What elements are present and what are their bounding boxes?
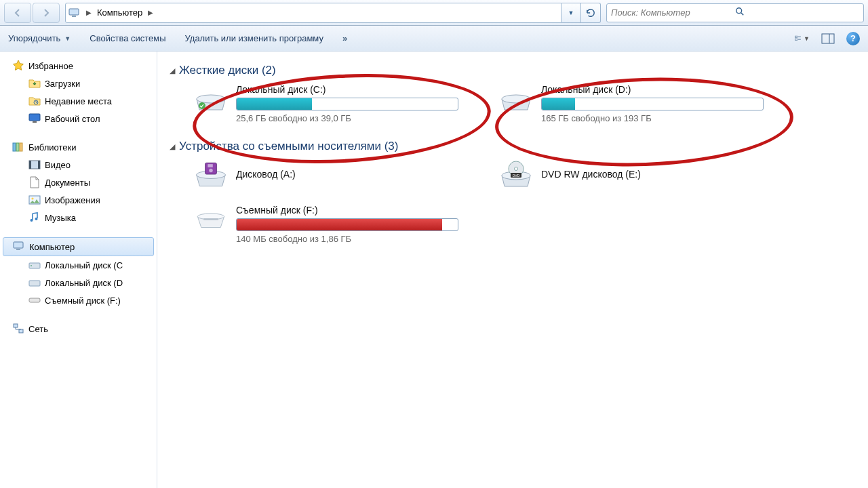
bc-sep-icon: ▶: [86, 9, 92, 16]
svg-rect-28: [29, 298, 40, 302]
svg-point-37: [209, 169, 213, 173]
video-icon: [28, 159, 41, 171]
nav-forward-button[interactable]: [33, 3, 60, 23]
sidebar-label: Сеть: [28, 324, 48, 334]
drive-free-text: 140 МБ свободно из 1,86 ГБ: [236, 234, 458, 244]
sidebar-label: Загрузки: [45, 79, 80, 89]
sidebar-item-disk-d[interactable]: Локальный диск (D: [0, 274, 157, 291]
chevron-down-icon: ▼: [64, 35, 71, 42]
svg-rect-12: [33, 121, 37, 123]
floppy-drive-icon: [194, 160, 228, 188]
sidebar-item-videos[interactable]: Видео: [0, 156, 157, 174]
breadcrumb-computer[interactable]: Компьютер: [94, 4, 145, 22]
preview-pane-button[interactable]: [821, 31, 835, 46]
drive-item-e[interactable]: DVD DVD RW дисковод (E:): [499, 160, 764, 188]
group-header-hdd[interactable]: ◢ Жесткие диски (2): [170, 64, 854, 77]
organize-menu[interactable]: Упорядочить ▼: [8, 33, 71, 43]
search-input[interactable]: Поиск: Компьютер: [606, 3, 864, 22]
svg-rect-23: [14, 242, 23, 248]
drive-title: Локальный диск (C:): [236, 84, 458, 95]
svg-rect-15: [20, 143, 22, 151]
sidebar-favorites-header[interactable]: Избранное: [0, 57, 157, 75]
svg-rect-0: [69, 9, 79, 15]
star-icon: [12, 60, 24, 72]
svg-point-40: [515, 167, 518, 171]
toolbar: Упорядочить ▼ Свойства системы Удалить и…: [0, 26, 868, 52]
sidebar-computer-header[interactable]: Компьютер: [3, 237, 154, 256]
svg-point-20: [31, 197, 33, 199]
breadcrumb-history-button[interactable]: ▼: [561, 3, 581, 23]
svg-rect-11: [29, 114, 40, 121]
sidebar-label: Библиотеки: [28, 142, 76, 152]
sidebar-item-documents[interactable]: Документы: [0, 174, 157, 191]
hdd-icon: [28, 259, 41, 271]
svg-rect-17: [29, 161, 31, 169]
recent-icon: [28, 95, 41, 107]
capacity-bar: [236, 218, 458, 231]
help-icon: ?: [850, 33, 856, 43]
drive-title: Дисковод (A:): [236, 169, 296, 180]
organize-label: Упорядочить: [8, 33, 60, 43]
sidebar-item-recent[interactable]: Недавние места: [0, 92, 157, 110]
refresh-button[interactable]: [581, 3, 601, 23]
drive-title: Съемный диск (F:): [236, 205, 458, 216]
toolbar-overflow-button[interactable]: »: [342, 33, 347, 43]
svg-rect-18: [38, 161, 40, 169]
drive-item-d[interactable]: Локальный диск (D:) 165 ГБ свободно из 1…: [499, 84, 764, 123]
svg-rect-27: [29, 281, 40, 286]
content-pane: ◢ Жесткие диски (2) Локальный диск (C:) …: [157, 52, 868, 488]
arrow-left-icon: [12, 7, 23, 18]
hdd-icon: [28, 277, 41, 289]
pictures-icon: [28, 194, 41, 206]
drive-item-c[interactable]: Локальный диск (C:) 25,6 ГБ свободно из …: [194, 84, 458, 123]
group-header-removable[interactable]: ◢ Устройства со съемными носителями (3): [170, 140, 854, 153]
sidebar-item-disk-f[interactable]: Съемный диск (F:): [0, 291, 157, 309]
computer-icon: [68, 7, 79, 18]
uninstall-program-button[interactable]: Удалить или изменить программу: [185, 33, 323, 43]
view-options-button[interactable]: ▼: [795, 31, 810, 46]
sidebar-label: Недавние места: [45, 96, 112, 106]
nav-back-button[interactable]: [4, 3, 31, 23]
sidebar-item-desktop[interactable]: Рабочий стол: [0, 110, 157, 127]
view-options-icon: [795, 33, 802, 45]
removable-drive-icon: [194, 205, 228, 233]
svg-rect-13: [13, 143, 16, 151]
sidebar-label: Съемный диск (F:): [45, 296, 121, 306]
sidebar-item-music[interactable]: Музыка: [0, 209, 157, 226]
breadcrumb[interactable]: ▶ Компьютер ▶: [65, 3, 561, 23]
libraries-icon: [12, 141, 24, 153]
drive-item-a[interactable]: Дисковод (A:): [194, 160, 458, 188]
capacity-bar: [541, 98, 764, 110]
sidebar-label: Музыка: [45, 213, 76, 223]
sidebar-label: Локальный диск (D: [45, 278, 123, 288]
hdd-icon: [194, 84, 228, 113]
system-properties-button[interactable]: Свойства системы: [90, 33, 165, 43]
sidebar-label: Избранное: [28, 61, 73, 71]
refresh-icon: [586, 8, 595, 18]
svg-rect-1: [72, 16, 76, 17]
svg-point-33: [502, 95, 530, 103]
navigation-pane: Избранное Загрузки Недавние места Рабочи…: [0, 52, 157, 488]
folder-icon: [28, 77, 41, 89]
svg-point-26: [31, 265, 32, 266]
usb-icon: [28, 294, 41, 306]
svg-rect-24: [16, 249, 20, 250]
drive-title: Локальный диск (D:): [541, 84, 764, 95]
sidebar-network-header[interactable]: Сеть: [0, 320, 157, 338]
network-icon: [12, 323, 24, 335]
group-header-label: Жесткие диски (2): [179, 64, 276, 77]
arrow-right-icon: [41, 7, 52, 18]
sidebar-item-downloads[interactable]: Загрузки: [0, 75, 157, 92]
svg-rect-29: [14, 324, 18, 327]
sidebar-item-disk-c[interactable]: Локальный диск (C: [0, 256, 157, 274]
documents-icon: [28, 176, 41, 188]
svg-rect-44: [203, 218, 218, 220]
drive-item-f[interactable]: Съемный диск (F:) 140 МБ свободно из 1,8…: [194, 205, 458, 244]
sidebar-libraries-header[interactable]: Библиотеки: [0, 138, 157, 156]
drive-title: DVD RW дисковод (E:): [541, 169, 641, 180]
sidebar-label: Документы: [45, 178, 90, 188]
svg-rect-4: [795, 36, 797, 37]
collapse-icon: ◢: [170, 142, 175, 151]
help-button[interactable]: ?: [846, 32, 860, 45]
sidebar-item-pictures[interactable]: Изображения: [0, 191, 157, 209]
